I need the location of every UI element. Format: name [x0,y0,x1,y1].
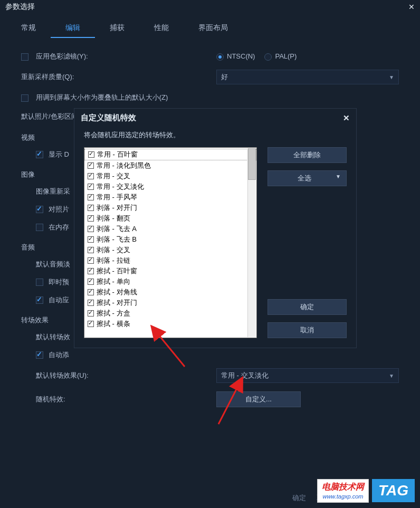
ntsc-radio[interactable] [216,53,224,61]
item-label: 常用 - 百叶窗 [97,150,138,159]
overlay-size-checkbox[interactable] [21,94,28,102]
list-item[interactable]: 擦拭 - 方盒 [84,308,256,319]
item-checkbox[interactable] [88,247,94,253]
item-checkbox[interactable] [88,194,94,200]
scrollbar-thumb[interactable] [248,148,256,180]
item-label: 擦拭 - 单向 [97,277,130,286]
pal-radio[interactable] [264,53,272,61]
item-checkbox[interactable] [88,205,94,211]
watermark-tag: TAG [372,479,415,502]
cache-label: 在内存 [49,223,69,232]
list-item[interactable]: 剥落 - 拉链 [84,255,256,266]
tab-layout[interactable]: 界面布局 [184,19,243,38]
dialog-subtitle: 将会随机应用选定的转场特效。 [74,127,356,147]
custom-random-effect-dialog: 自定义随机特效 ✕ 将会随机应用选定的转场特效。 常用 - 百叶窗常用 - 淡化… [74,108,357,348]
list-item[interactable]: 擦拭 - 单向 [84,276,256,287]
item-label: 擦拭 - 横条 [97,319,130,329]
random-effect-label: 随机特效: [21,395,216,404]
list-item[interactable]: 常用 - 百叶窗 [84,149,256,160]
auto-add-label: 自动添 [49,350,69,360]
select-all-label: 全选 [273,174,336,183]
instant-preview-checkbox[interactable] [36,279,43,286]
ntsc-label: NTSC(N) [227,52,255,60]
item-label: 剥落 - 交叉 [97,245,130,255]
window-title: 参数选择 [5,2,35,12]
dialog-titlebar: 自定义随机特效 ✕ [74,109,356,127]
tab-performance[interactable]: 性能 [139,19,184,38]
resample-quality-label: 重新采样质量(Q): [21,72,216,82]
close-icon[interactable]: ✕ [408,3,415,11]
item-checkbox[interactable] [88,184,94,190]
list-item[interactable]: 剥落 - 对开门 [84,203,256,213]
delete-all-button[interactable]: 全部删除 [268,147,347,163]
color-filter-label: 应用色彩滤镜(Y): [36,52,88,60]
item-checkbox[interactable] [88,151,94,158]
item-label: 擦拭 - 对开门 [97,298,137,308]
default-trans-effect-select[interactable]: 常用 - 交叉淡化 ▼ [216,368,399,383]
list-item[interactable]: 常用 - 交叉淡化 [84,181,256,192]
list-item[interactable]: 擦拭 - 横条 [84,319,256,329]
item-checkbox[interactable] [88,236,94,243]
scrollbar[interactable] [247,148,256,337]
list-item[interactable]: 擦拭 - 百叶窗 [84,266,256,276]
chevron-down-icon: ▼ [336,174,341,183]
auto-apply-label: 自动应 [49,295,69,305]
cancel-button[interactable]: 取消 [268,322,347,338]
list-item[interactable]: 剥落 - 翻页 [84,213,256,224]
item-label: 常用 - 手风琴 [97,193,137,202]
watermark-line2: www.tagxp.com [322,493,364,500]
item-checkbox[interactable] [88,310,94,317]
item-label: 剥落 - 飞去 A [97,224,137,234]
item-checkbox[interactable] [88,279,94,285]
resample-value: 好 [221,72,228,82]
show-dvd-checkbox[interactable] [36,151,43,158]
photo-mask-checkbox[interactable] [36,206,43,213]
item-label: 擦拭 - 对角线 [97,287,137,297]
item-label: 擦拭 - 百叶窗 [97,266,137,276]
item-checkbox[interactable] [88,162,94,169]
list-item[interactable]: 擦拭 - 对角线 [84,287,256,298]
show-dvd-label: 显示 D [49,150,69,159]
item-label: 剥落 - 翻页 [97,214,130,223]
photo-mask-label: 对照片 [49,205,69,214]
item-checkbox[interactable] [88,215,94,222]
item-checkbox[interactable] [88,300,94,306]
item-checkbox[interactable] [88,257,94,264]
auto-apply-checkbox[interactable] [36,296,43,304]
item-label: 擦拭 - 方盒 [97,309,130,318]
tab-edit[interactable]: 编辑 [51,19,95,38]
main-ok-button[interactable]: 确定 [292,493,306,503]
item-checkbox[interactable] [88,268,94,274]
list-item[interactable]: 常用 - 交叉 [84,171,256,181]
list-item[interactable]: 常用 - 淡化到黑色 [84,160,256,171]
item-checkbox[interactable] [88,289,94,295]
effect-listbox[interactable]: 常用 - 百叶窗常用 - 淡化到黑色常用 - 交叉常用 - 交叉淡化常用 - 手… [84,147,257,338]
list-item[interactable]: 剥落 - 飞去 B [84,234,256,245]
item-label: 常用 - 交叉淡化 [97,182,144,191]
resample-quality-select[interactable]: 好 ▼ [216,70,399,84]
tab-general[interactable]: 常规 [6,19,51,38]
color-filter-checkbox[interactable] [21,53,28,61]
ok-button[interactable]: 确定 [268,299,347,315]
instant-preview-label: 即时预 [49,277,69,287]
tab-capture[interactable]: 捕获 [95,19,139,38]
list-item[interactable]: 剥落 - 飞去 A [84,224,256,234]
item-label: 常用 - 淡化到黑色 [97,161,151,170]
custom-button[interactable]: 自定义... [216,391,301,407]
cache-checkbox[interactable] [36,224,43,231]
list-item[interactable]: 常用 - 手风琴 [84,192,256,203]
list-item[interactable]: 剥落 - 交叉 [84,245,256,255]
chevron-down-icon: ▼ [389,74,394,80]
item-label: 剥落 - 飞去 B [97,235,137,244]
default-trans-effect-label: 默认转场效果(U): [21,371,216,380]
item-label: 剥落 - 拉链 [97,256,130,265]
item-label: 剥落 - 对开门 [97,203,137,213]
list-item[interactable]: 擦拭 - 对开门 [84,298,256,308]
item-checkbox[interactable] [88,321,94,327]
tabs: 常规 编辑 捕获 性能 界面布局 [0,14,420,38]
auto-add-checkbox[interactable] [36,351,43,359]
dialog-close-icon[interactable]: ✕ [343,113,350,123]
item-checkbox[interactable] [88,173,94,179]
item-checkbox[interactable] [88,226,94,232]
select-all-button[interactable]: 全选 ▼ [268,170,347,186]
